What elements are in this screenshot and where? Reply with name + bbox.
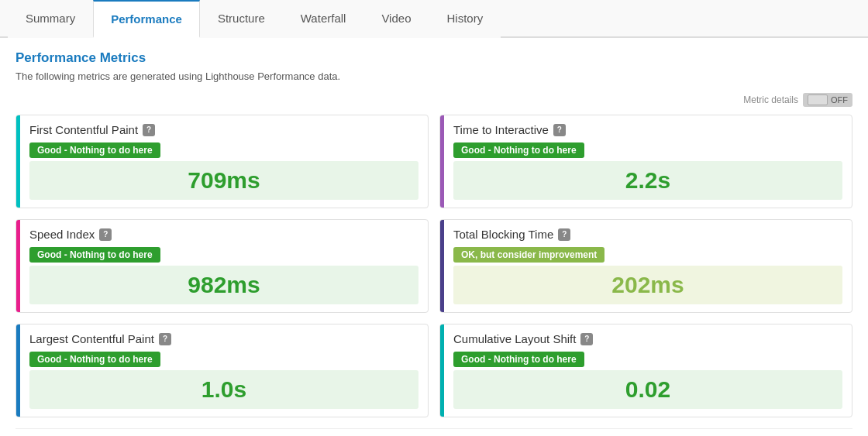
metric-value-box-fcp: 709ms [29,161,418,200]
help-icon-tti[interactable]: ? [553,124,566,136]
metric-body-tti: Time to Interactive ? Good - Nothing to … [444,115,852,208]
metric-label-row-fcp: First Contentful Paint ? [29,123,418,136]
metric-label-tti: Time to Interactive [453,123,549,136]
metric-label-tbt: Total Blocking Time [453,228,553,241]
main-content: Performance Metrics The following metric… [0,38,868,436]
metric-body-fcp: First Contentful Paint ? Good - Nothing … [20,115,428,208]
metric-value-tti: 2.2s [625,167,670,193]
metric-value-box-tbt: 202ms [453,266,842,304]
metric-card-tti: Time to Interactive ? Good - Nothing to … [439,115,852,208]
metric-label-row-cls: Cumulative Layout Shift ? [453,332,842,345]
metric-value-cls: 0.02 [625,376,670,402]
metric-value-tbt: 202ms [611,272,684,297]
metric-value-section-tti: Good - Nothing to do here 2.2s [453,142,842,200]
metric-card-fcp: First Contentful Paint ? Good - Nothing … [16,115,429,208]
tab-video[interactable]: Video [363,0,429,38]
metric-body-lcp: Largest Contentful Paint ? Good - Nothin… [20,324,428,417]
help-icon-cls[interactable]: ? [580,333,593,345]
help-icon-fcp[interactable]: ? [143,124,155,136]
metric-body-cls: Cumulative Layout Shift ? Good - Nothing… [444,324,852,417]
metric-value-lcp: 1.0s [202,376,246,402]
metric-card-cls: Cumulative Layout Shift ? Good - Nothing… [439,324,852,417]
tab-waterfall[interactable]: Waterfall [283,0,364,38]
metric-label-cls: Cumulative Layout Shift [453,332,576,345]
metric-card-tbt: Total Blocking Time ? OK, but consider i… [439,219,852,313]
tab-structure[interactable]: Structure [200,0,283,38]
metric-label-row-lcp: Largest Contentful Paint ? [29,332,418,345]
metric-value-box-tti: 2.2s [453,161,842,200]
metric-header-row: Metric details OFF [16,93,852,107]
help-icon-tbt[interactable]: ? [558,228,570,241]
metric-value-si: 982ms [188,272,260,297]
metric-value-section-si: Good - Nothing to do here 982ms [29,247,418,304]
metric-label-si: Speed Index [29,228,95,241]
tabs-bar: Summary Performance Structure Waterfall … [0,0,868,38]
metric-value-section-tbt: OK, but consider improvement 202ms [453,247,842,304]
tab-history[interactable]: History [429,0,501,38]
toggle-switch[interactable]: OFF [803,93,852,107]
metric-body-tbt: Total Blocking Time ? OK, but consider i… [444,220,852,312]
metric-badge-tti: Good - Nothing to do here [453,142,584,158]
metric-details-label: Metric details [743,94,798,105]
metric-card-lcp: Largest Contentful Paint ? Good - Nothin… [16,324,429,417]
metric-badge-fcp: Good - Nothing to do here [29,142,160,158]
metric-label-row-tti: Time to Interactive ? [453,123,842,136]
tab-performance[interactable]: Performance [93,0,200,38]
metric-value-box-si: 982ms [29,266,418,304]
metric-body-si: Speed Index ? Good - Nothing to do here … [20,220,428,312]
metric-label-row-tbt: Total Blocking Time ? [453,228,842,241]
metric-value-section-lcp: Good - Nothing to do here 1.0s [29,352,418,409]
metric-value-fcp: 709ms [188,167,260,193]
toggle-label: OFF [831,95,848,105]
section-subtitle: The following metrics are generated usin… [16,70,852,82]
metric-value-section-cls: Good - Nothing to do here 0.02 [453,352,842,409]
metrics-grid: First Contentful Paint ? Good - Nothing … [16,115,852,417]
metric-badge-cls: Good - Nothing to do here [453,352,584,367]
metric-value-section-fcp: Good - Nothing to do here 709ms [29,142,418,200]
section-title: Performance Metrics [16,50,852,66]
tab-summary[interactable]: Summary [8,0,93,38]
browser-timings-title: Browser Timings [16,428,852,436]
metric-badge-tbt: OK, but consider improvement [453,247,604,263]
metric-value-box-lcp: 1.0s [29,370,418,409]
metric-label-fcp: First Contentful Paint [29,123,138,136]
toggle-box[interactable] [808,94,828,105]
metric-card-si: Speed Index ? Good - Nothing to do here … [16,219,429,313]
metric-badge-si: Good - Nothing to do here [29,247,160,263]
metric-label-lcp: Largest Contentful Paint [29,332,154,345]
metric-value-box-cls: 0.02 [453,370,842,409]
help-icon-si[interactable]: ? [99,228,112,241]
metric-label-row-si: Speed Index ? [29,228,418,241]
help-icon-lcp[interactable]: ? [159,333,171,345]
metric-badge-lcp: Good - Nothing to do here [29,352,160,367]
